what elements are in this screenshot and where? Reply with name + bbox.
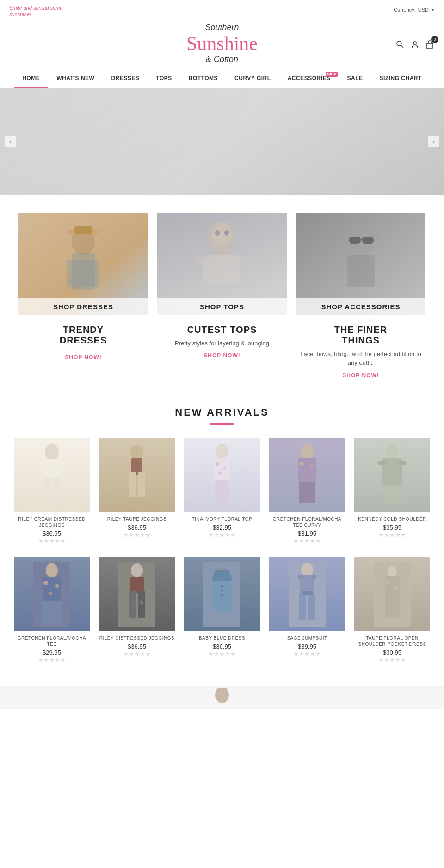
shop-image-dresses[interactable]: SHOP DRESSES (18, 213, 148, 315)
currency-dropdown-icon[interactable]: ▼ (431, 8, 435, 12)
star-1 (123, 652, 128, 656)
product-card-gretchen-curvy[interactable]: GRETCHEN FLORAL/MOCHA TEE CURVY $31.95 (269, 438, 345, 543)
svg-rect-42 (298, 458, 316, 483)
cart-count: 0 (431, 36, 438, 43)
product-card-baby-blue[interactable]: BABY BLUE DRESS $36.95 (184, 557, 260, 662)
product-stars-kennedy (379, 533, 406, 537)
star-5 (401, 533, 406, 537)
hero-arrow-left[interactable]: ‹ (5, 136, 16, 147)
svg-rect-33 (129, 472, 136, 497)
user-icon[interactable] (410, 39, 420, 50)
nav-item-accessories[interactable]: ACCESSORIES NEW (279, 69, 339, 88)
product-card-riley-cream[interactable]: RILEY CREAM DISTRESSED JEGGINGS $36.95 (14, 438, 90, 543)
nav-item-dresses[interactable]: DRESSES (103, 69, 148, 88)
svg-point-16 (215, 230, 220, 236)
svg-rect-63 (138, 591, 145, 618)
product-name-baby-blue: BABY BLUE DRESS (199, 635, 245, 641)
svg-point-39 (218, 472, 221, 475)
product-name-riley-taupe: RILEY TAUPE JEGGINGS (107, 516, 166, 522)
product-stars-sage (294, 652, 321, 656)
nav-item-home[interactable]: HOME (14, 69, 48, 88)
svg-point-37 (216, 462, 219, 466)
product-card-riley-taupe[interactable]: RILEY TAUPE JEGGINGS $36.95 (99, 438, 175, 543)
product-card-taupe-floral[interactable]: TAUPE FLORAL OPEN SHOULDER POCKET DRESS … (354, 557, 430, 662)
svg-rect-51 (384, 485, 401, 503)
shop-now-dresses[interactable]: SHOP NOW! (65, 354, 101, 361)
product-card-kennedy[interactable]: KENNEDY COLD SHOULDER $35.95 (354, 438, 430, 543)
star-2 (129, 533, 134, 537)
baby-blue-img (184, 557, 260, 631)
new-badge: NEW (326, 72, 338, 77)
shop-title-tops: CUTEST TOPS (187, 325, 257, 335)
star-1 (38, 539, 43, 543)
product-card-sage[interactable]: SAGE JUMPSUIT $39.95 (269, 557, 345, 662)
hero-arrow-right[interactable]: › (428, 136, 439, 147)
svg-point-41 (301, 444, 314, 459)
hero-banner: ‹ › (0, 88, 444, 195)
star-2 (44, 658, 49, 662)
product-image-riley-dist: OLIVE (99, 557, 175, 631)
shop-now-accessories[interactable]: SHOP NOW! (342, 372, 379, 379)
product-card-gretchen-floral[interactable]: GRETCHEN FLORAL/MOCHA TEE $29.95 (14, 557, 90, 662)
product-image-tina-ivory (184, 438, 260, 512)
shop-label-accessories[interactable]: SHOP ACCESSORIES (296, 298, 426, 315)
star-5 (316, 652, 321, 656)
svg-rect-26 (347, 255, 375, 287)
product-name-gretchen-curvy: GRETCHEN FLORAL/MOCHA TEE CURVY (269, 516, 345, 528)
main-nav: HOME WHAT'S NEW DRESSES TOPS BOTTOMS CUR… (0, 69, 444, 88)
cart-icon[interactable]: 0 (425, 39, 435, 50)
shop-label-dresses[interactable]: SHOP DRESSES (18, 298, 148, 315)
shop-now-tops[interactable]: SHOP NOW! (204, 352, 240, 359)
nav-item-curvy-girl[interactable]: CURVY GIRL (226, 69, 279, 88)
svg-point-80 (388, 566, 397, 577)
svg-rect-19 (194, 257, 208, 264)
shop-label-tops[interactable]: SHOP TOPS (157, 298, 287, 315)
star-3 (135, 652, 139, 656)
svg-point-70 (221, 594, 223, 596)
svg-point-84 (388, 593, 392, 596)
star-4 (225, 652, 230, 656)
product-stars-riley-dist (123, 652, 150, 656)
star-2 (299, 539, 304, 543)
svg-point-44 (310, 464, 314, 468)
nav-item-tops[interactable]: TOPS (148, 69, 180, 88)
star-4 (395, 533, 400, 537)
product-card-tina-ivory[interactable]: TINA IVORY FLORAL TOP $32.95 (184, 438, 260, 543)
star-5 (146, 533, 150, 537)
svg-point-45 (303, 471, 307, 475)
nav-item-sizing-chart[interactable]: SIZING CHART (371, 69, 430, 88)
currency-label: Currency: (394, 7, 416, 12)
footer-teaser (0, 686, 444, 709)
shop-image-tops[interactable]: SHOP TOPS (157, 213, 287, 315)
star-2 (129, 652, 134, 656)
star-1 (294, 652, 298, 656)
product-card-riley-dist[interactable]: OLIVE RILEY DISTRESSED JEGGINGS $36.95 (99, 557, 175, 662)
svg-point-72 (301, 563, 313, 576)
svg-line-1 (401, 45, 403, 48)
nav-item-bottoms[interactable]: BOTTOMS (180, 69, 226, 88)
star-3 (305, 539, 309, 543)
svg-rect-6 (0, 88, 444, 195)
nav-item-sale[interactable]: SALE (339, 69, 371, 88)
nav-item-whats-new[interactable]: WHAT'S NEW (48, 69, 103, 88)
shop-image-accessories[interactable]: SHOP ACCESSORIES (296, 213, 426, 315)
svg-rect-12 (74, 226, 92, 234)
currency-selector[interactable]: Currency: USD ▼ (394, 5, 435, 12)
svg-point-31 (130, 445, 143, 460)
search-icon[interactable] (395, 39, 405, 50)
product-image-sage (269, 557, 345, 631)
product-price-sage: $39.95 (298, 643, 316, 650)
gretchen-curvy-img (269, 438, 345, 512)
star-2 (214, 533, 219, 537)
product-stars-riley-taupe (123, 533, 150, 537)
product-image-gretchen-curvy (269, 438, 345, 512)
svg-point-43 (299, 462, 304, 466)
svg-point-27 (45, 444, 59, 461)
product-name-riley-dist: RILEY DISTRESSED JEGGINGS (99, 635, 174, 641)
svg-point-53 (46, 563, 58, 578)
svg-text:OLIVE: OLIVE (132, 600, 143, 605)
tagline: Smile and spread some sunshine! (9, 5, 69, 18)
product-image-gretchen-floral (14, 557, 90, 631)
product-stars-tina-ivory (209, 533, 235, 537)
svg-rect-49 (378, 461, 387, 465)
